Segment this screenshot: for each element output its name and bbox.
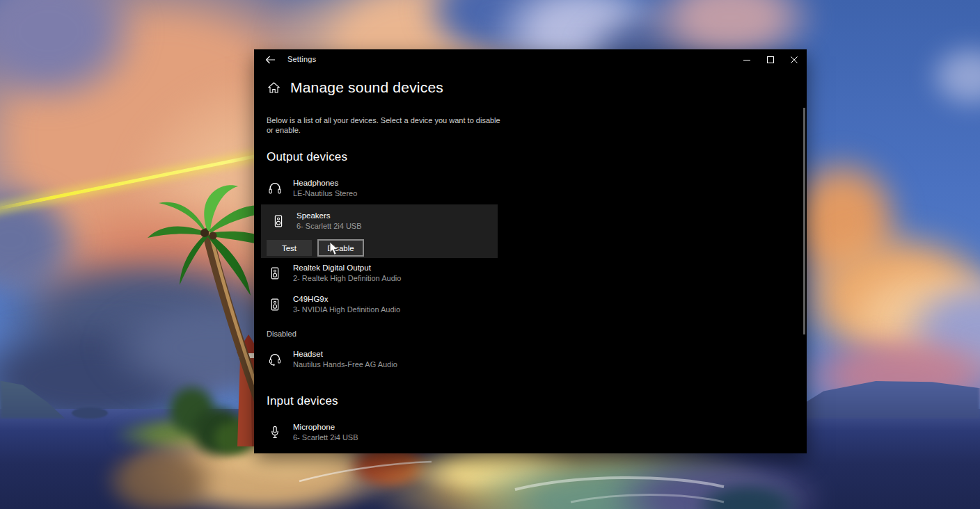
device-subtitle: LE-Nautilus Stereo [293,189,357,197]
desktop: Settings Manage sound devices Below is a… [0,0,980,509]
scrollbar[interactable] [803,108,805,334]
device-subtitle: Nautilus Hands-Free AG Audio [293,360,397,369]
device-row-realtek[interactable]: Realtek Digital Output 2- Realtek High D… [267,264,489,282]
device-row-headphones[interactable]: Headphones LE-Nautilus Stereo [267,179,489,197]
home-icon [268,82,280,93]
page-title: Manage sound devices [290,79,443,96]
disable-button[interactable]: Disable [317,239,364,257]
minimize-button[interactable] [735,49,759,70]
page-description: Below is a list of all your devices. Sel… [267,115,503,135]
headset-icon [267,351,283,368]
page-header: Manage sound devices [268,79,443,96]
mouse-cursor [329,241,340,257]
disabled-section-label: Disabled [267,330,297,338]
device-row-microphone[interactable]: Microphone 6- Scarlett 2i4 USB [267,423,489,442]
maximize-button[interactable] [759,49,782,70]
titlebar: Settings [254,49,807,70]
device-name: C49HG9x [293,295,400,303]
device-name: Headphones [293,179,357,187]
device-subtitle: 2- Realtek High Definition Audio [293,274,401,282]
close-button[interactable] [782,49,806,70]
close-icon [791,56,798,63]
speaker-icon [270,213,287,229]
input-devices-heading: Input devices [267,394,338,408]
speaker-icon [267,296,283,313]
speaker-icon [267,265,283,282]
device-row-speakers[interactable]: Speakers 6- Scarlett 2i4 USB [270,211,362,230]
device-subtitle: 6- Scarlett 2i4 USB [293,433,358,442]
output-devices-heading: Output devices [267,150,347,164]
microphone-icon [267,424,283,441]
maximize-icon [767,56,774,63]
selected-device-card[interactable]: Speakers 6- Scarlett 2i4 USB Test Disabl… [261,204,498,258]
device-row-c49hg9x[interactable]: C49HG9x 3- NVIDIA High Definition Audio [267,295,489,314]
device-name: Realtek Digital Output [293,264,401,272]
back-arrow-icon [265,56,276,64]
minimize-icon [743,56,750,63]
device-subtitle: 3- NVIDIA High Definition Audio [293,305,400,314]
device-name: Headset [293,350,397,358]
back-button[interactable] [260,51,280,68]
islet [72,407,108,419]
device-name: Microphone [293,423,358,431]
app-title: Settings [287,55,316,63]
device-name: Speakers [297,211,362,220]
device-subtitle: 6- Scarlett 2i4 USB [297,222,362,230]
test-button[interactable]: Test [267,240,312,256]
device-row-headset[interactable]: Headset Nautilus Hands-Free AG Audio [267,350,489,369]
headphones-icon [267,180,283,197]
